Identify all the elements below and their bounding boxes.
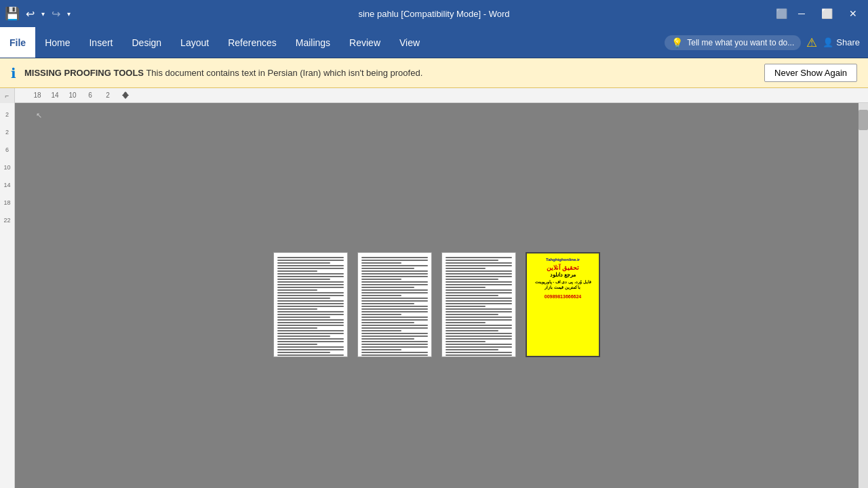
ribbon-right: 💡 Tell me what you want to do... ⚠ 👤 Sha… <box>665 27 868 58</box>
title-bar-left: 💾 ↩ ▾ ↪ ▾ <box>5 6 73 22</box>
vruler-num-14: 14 <box>3 176 10 194</box>
tab-home[interactable]: Home <box>35 27 79 58</box>
vruler-num-10: 10 <box>3 159 10 176</box>
ad-line2: مرجع دانلود <box>531 272 595 279</box>
undo-dropdown[interactable]: ▾ <box>39 9 47 19</box>
tab-file[interactable]: File <box>0 27 35 58</box>
ruler-mark-18: 18 <box>28 92 46 99</box>
warning-icon: ⚠ <box>806 35 817 50</box>
vertical-ruler-numbers: 2 2 6 10 14 18 22 <box>3 106 10 229</box>
tab-design[interactable]: Design <box>123 27 172 58</box>
document-page-3 <box>441 252 516 357</box>
tab-insert[interactable]: Insert <box>79 27 122 58</box>
tab-layout[interactable]: Layout <box>171 27 218 58</box>
maximize-button[interactable]: ⬜ <box>816 7 838 20</box>
tell-me-label: Tell me what you want to do... <box>687 38 794 47</box>
document-page-1 <box>273 252 348 357</box>
ad-logo: Tahghighonline.ir <box>531 258 595 263</box>
cursor-label: ↖ <box>36 111 42 120</box>
vruler-num-18: 18 <box>3 194 10 211</box>
page3-content <box>442 253 515 357</box>
ruler-mark-2b: 2 <box>117 92 134 99</box>
corner-symbol: ⌐ <box>5 92 9 100</box>
page2-content <box>358 253 431 357</box>
notification-bold: MISSING PROOFING TOOLS <box>24 68 144 78</box>
ad-line1: تحقیق آنلاین <box>531 264 595 272</box>
tab-view[interactable]: View <box>390 27 429 58</box>
share-button[interactable]: 👤 Share <box>823 37 860 47</box>
save-icon[interactable]: 💾 <box>5 7 19 20</box>
quick-access-dropdown[interactable]: ▾ <box>64 9 73 19</box>
tab-mailings[interactable]: Mailings <box>286 27 340 58</box>
document-page-4: Tahghighonline.ir تحقیق آنلاین مرجع دانل… <box>526 252 600 357</box>
vertical-ruler: 2 2 6 10 14 18 22 <box>0 103 15 488</box>
horizontal-ruler: ⌐ 18 14 10 6 2 2 <box>0 88 868 103</box>
share-label: Share <box>836 37 860 47</box>
ruler-mark-2: 2 <box>99 92 117 99</box>
tab-review[interactable]: Review <box>340 27 390 58</box>
title-bar: 💾 ↩ ▾ ↪ ▾ sine pahlu [Compatibility Mode… <box>0 0 868 27</box>
undo-button[interactable]: ↩ <box>23 6 37 22</box>
document-page-2 <box>357 252 432 357</box>
notification-text: MISSING PROOFING TOOLS This document con… <box>24 68 756 78</box>
lightbulb-icon: 💡 <box>671 37 683 48</box>
ruler-mark-6: 6 <box>81 92 99 99</box>
main-area: 2 2 6 10 14 18 22 ↖ <box>0 103 868 488</box>
ad-line3: فایل وُرد، پی دی اف - پاورپوینت <box>531 279 595 285</box>
ruler-marks: 18 14 10 6 2 2 <box>28 92 134 99</box>
tell-me-input[interactable]: 💡 Tell me what you want to do... <box>665 35 801 50</box>
undo-group: ↩ ▾ ↪ ▾ <box>23 6 73 22</box>
ruler-corner[interactable]: ⌐ <box>0 88 15 103</box>
window-controls: ⬜ ─ ⬜ ✕ <box>776 7 863 20</box>
document-title: sine pahlu [Compatibility Mode] - Word <box>358 9 509 19</box>
restore-icon: ⬜ <box>776 8 787 19</box>
vertical-scrollbar[interactable] <box>859 103 868 488</box>
ad-content: Tahghighonline.ir تحقیق آنلاین مرجع دانل… <box>527 253 599 304</box>
notification-bar: ℹ MISSING PROOFING TOOLS This document c… <box>0 58 868 88</box>
redo-button[interactable]: ↪ <box>49 6 63 22</box>
page1-content <box>274 253 347 357</box>
notification-message: This document contains text in Persian (… <box>146 68 422 78</box>
ribbon: File Home Insert Design Layout Reference… <box>0 27 868 58</box>
vruler-num-22: 22 <box>3 211 10 229</box>
ad-phone: 00989813666624 <box>531 293 595 300</box>
info-icon: ℹ <box>11 65 16 81</box>
ruler-mark-10: 10 <box>64 92 81 99</box>
ad-line4: با کمترین قیمت بازار <box>531 285 595 290</box>
never-show-button[interactable]: Never Show Again <box>764 64 857 82</box>
vruler-num-2: 2 <box>5 106 9 123</box>
person-icon: 👤 <box>823 37 833 47</box>
close-button[interactable]: ✕ <box>844 7 863 20</box>
minimize-button[interactable]: ─ <box>793 7 810 20</box>
tab-references[interactable]: References <box>218 27 286 58</box>
pages-row: Tahghighonline.ir تحقیق آنلاین مرجع دانل… <box>273 252 600 357</box>
scroll-thumb[interactable] <box>859 110 868 130</box>
ruler-mark-14: 14 <box>46 92 64 99</box>
document-area[interactable]: ↖ <box>15 103 859 488</box>
vruler-num-2b: 2 <box>5 123 9 141</box>
vruler-num-6: 6 <box>5 141 9 159</box>
